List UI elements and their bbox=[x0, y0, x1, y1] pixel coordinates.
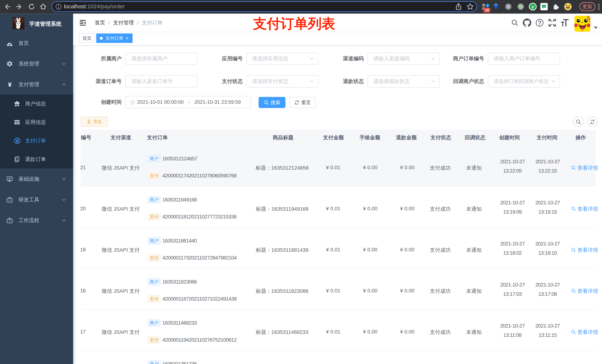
svg-text:⌘: ⌘ bbox=[506, 4, 510, 9]
svg-text:¥: ¥ bbox=[8, 81, 12, 88]
svg-text:y: y bbox=[531, 4, 534, 9]
